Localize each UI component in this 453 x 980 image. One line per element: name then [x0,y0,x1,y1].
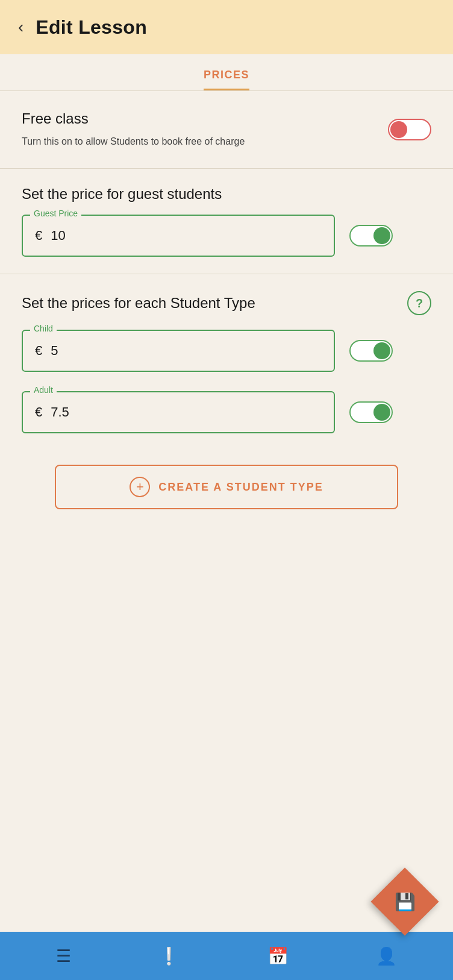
student-types-title: Set the prices for each Student Type [22,295,255,312]
adult-price-label: Adult [30,385,57,395]
child-price-item: Child € 5 [22,330,431,372]
child-price-input[interactable]: € 5 [22,330,335,372]
profile-icon: 👤 [376,946,397,966]
adult-price-input[interactable]: € 7.5 [22,391,335,433]
free-class-title: Free class [22,110,388,127]
child-price-toggle[interactable] [349,340,393,362]
save-fab-button[interactable]: 💾 [370,867,439,935]
nav-menu[interactable]: ☰ [56,946,71,966]
guest-price-title: Set the price for guest students [22,186,431,203]
student-types-header: Set the prices for each Student Type ? [22,291,431,315]
nav-grid[interactable]: ❕ [158,946,180,966]
nav-calendar[interactable]: 📅 [267,946,289,966]
guest-price-label: Guest Price [30,209,81,218]
adult-price-toggle[interactable] [349,401,393,423]
bottom-nav: ☰ ❕ 📅 👤 [0,932,453,980]
child-price-currency: € [35,343,42,359]
save-icon: 💾 [395,892,416,912]
free-class-toggle[interactable] [388,119,431,140]
help-icon[interactable]: ? [407,291,431,315]
child-price-field-wrapper: Child € 5 [22,330,335,372]
menu-icon: ☰ [56,946,71,966]
tab-bar: PRICES [0,54,453,91]
create-plus-icon: + [130,477,150,497]
free-class-section: Free class Turn this on to allow Student… [0,91,453,169]
guest-price-field-wrapper: Guest Price € 10 [22,215,335,257]
create-student-type-button[interactable]: + CREATE A STUDENT TYPE [55,465,398,509]
calendar-icon: 📅 [267,946,289,966]
adult-price-item: Adult € 7.5 [22,391,431,433]
guest-price-section: Set the price for guest students Guest P… [0,169,453,274]
guest-price-value: 10 [51,228,65,243]
child-price-value: 5 [51,343,58,359]
page-title: Edit Lesson [36,16,147,39]
adult-price-value: 7.5 [51,404,69,420]
guest-price-toggle[interactable] [349,225,393,247]
tab-prices[interactable]: PRICES [204,69,249,90]
student-types-section: Set the prices for each Student Type ? C… [0,274,453,549]
grid-icon: ❕ [158,946,180,966]
header: ‹ Edit Lesson [0,0,453,54]
create-button-container: + CREATE A STUDENT TYPE [22,453,431,527]
nav-profile[interactable]: 👤 [376,946,397,966]
adult-price-field-wrapper: Adult € 7.5 [22,391,335,433]
free-class-description: Turn this on to allow Students to book f… [22,134,335,149]
adult-price-currency: € [35,404,42,420]
guest-price-input[interactable]: € 10 [22,215,335,257]
back-button[interactable]: ‹ [18,17,23,37]
create-button-label: CREATE A STUDENT TYPE [158,481,323,494]
fab-container: 💾 [381,878,429,926]
guest-price-currency: € [35,228,42,243]
child-price-label: Child [30,324,57,333]
